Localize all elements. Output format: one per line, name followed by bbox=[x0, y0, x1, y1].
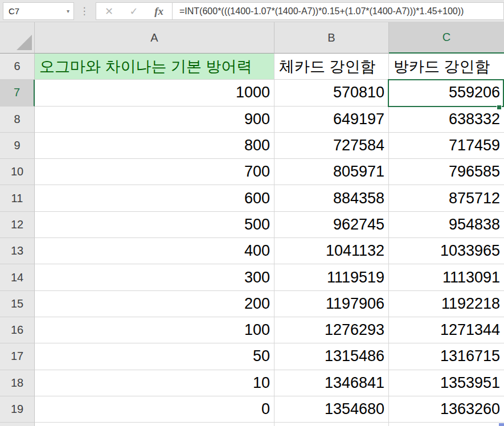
cell-b6[interactable]: 체카드 강인함 bbox=[274, 54, 389, 80]
cell-a17[interactable]: 50 bbox=[35, 343, 274, 370]
cell-c8[interactable]: 638332 bbox=[389, 106, 504, 133]
row-header-15[interactable]: 15 bbox=[0, 291, 35, 317]
formula-input[interactable]: =INT(600*(((1400-1.07*(1400-A7))*0.15+(1… bbox=[173, 2, 504, 20]
cell-c13[interactable]: 1033965 bbox=[389, 238, 504, 264]
row-header-8[interactable]: 8 bbox=[0, 106, 35, 133]
cancel-icon[interactable]: ✕ bbox=[105, 5, 113, 18]
cell-b10[interactable]: 805971 bbox=[274, 159, 389, 185]
row-header-11[interactable]: 11 bbox=[0, 185, 35, 211]
cell-b7[interactable]: 570810 bbox=[274, 80, 389, 106]
cell-c17[interactable]: 1316715 bbox=[389, 343, 504, 370]
table-row-partial bbox=[0, 423, 504, 426]
formula-bar-buttons: ✕ ✓ fx bbox=[96, 2, 173, 20]
cell-c14[interactable]: 1113091 bbox=[389, 264, 504, 290]
cell-a13[interactable]: 400 bbox=[35, 238, 274, 264]
cell-a6[interactable]: 오그마와 차이나는 기본 방어력 bbox=[35, 54, 274, 80]
table-row: 15 200 1197906 1192218 bbox=[0, 291, 504, 317]
formula-text[interactable]: =INT(600*(((1400-1.07*(1400-A7))*0.15+(1… bbox=[173, 6, 464, 17]
cell-a16[interactable]: 100 bbox=[35, 317, 274, 343]
table-row: 11 600 884358 875712 bbox=[0, 185, 504, 211]
cell-c10[interactable]: 796585 bbox=[389, 159, 504, 185]
table-row: 12 500 962745 954838 bbox=[0, 212, 504, 238]
cell-b18[interactable]: 1346841 bbox=[274, 370, 389, 396]
cell-b9[interactable]: 727584 bbox=[274, 133, 389, 159]
name-box[interactable]: C7 ▾ bbox=[3, 2, 74, 20]
cell-a7[interactable]: 1000 bbox=[35, 80, 274, 106]
column-header-b[interactable]: B bbox=[274, 22, 389, 54]
cell-c18[interactable]: 1353951 bbox=[389, 370, 504, 396]
cell-a19[interactable]: 0 bbox=[35, 396, 274, 423]
table-row: 10 700 805971 796585 bbox=[0, 159, 504, 185]
select-all-triangle-icon bbox=[17, 35, 32, 50]
row-header-12[interactable]: 12 bbox=[0, 212, 35, 238]
row-header-17[interactable]: 17 bbox=[0, 343, 35, 370]
row-header-9[interactable]: 9 bbox=[0, 133, 35, 159]
cell-a11[interactable]: 600 bbox=[35, 185, 274, 211]
row-header-13[interactable]: 13 bbox=[0, 238, 35, 264]
name-box-value[interactable]: C7 bbox=[3, 6, 67, 16]
cell-a18[interactable]: 10 bbox=[35, 370, 274, 396]
row-header-7[interactable]: 7 bbox=[0, 80, 35, 106]
table-row: 13 400 1041132 1033965 bbox=[0, 238, 504, 264]
formula-bar-strip: C7 ▾ ⋮ ✕ ✓ fx =INT(600*(((1400-1.07*(140… bbox=[0, 0, 504, 22]
cell-b16[interactable]: 1276293 bbox=[274, 317, 389, 343]
cell-c15[interactable]: 1192218 bbox=[389, 291, 504, 317]
cell-c6[interactable]: 방카드 강인함 bbox=[389, 54, 504, 80]
name-box-dropdown-icon[interactable]: ▾ bbox=[67, 8, 73, 14]
cell-a10[interactable]: 700 bbox=[35, 159, 274, 185]
cell-a20[interactable] bbox=[35, 423, 274, 426]
excel-window: C7 ▾ ⋮ ✕ ✓ fx =INT(600*(((1400-1.07*(140… bbox=[0, 0, 504, 426]
cell-b12[interactable]: 962745 bbox=[274, 212, 389, 238]
cell-a15[interactable]: 200 bbox=[35, 291, 274, 317]
table-row: 19 0 1354680 1363260 bbox=[0, 396, 504, 423]
object-fragment bbox=[499, 423, 504, 426]
cell-c16[interactable]: 1271344 bbox=[389, 317, 504, 343]
cell-c11[interactable]: 875712 bbox=[389, 185, 504, 211]
insert-function-icon[interactable]: fx bbox=[154, 5, 163, 18]
cell-a12[interactable]: 500 bbox=[35, 212, 274, 238]
select-all-button[interactable] bbox=[0, 22, 35, 54]
formula-bar-separator-dots-icon[interactable]: ⋮ bbox=[80, 2, 89, 20]
cell-a14[interactable]: 300 bbox=[35, 264, 274, 290]
cell-b14[interactable]: 1119519 bbox=[274, 264, 389, 290]
table-row: 18 10 1346841 1353951 bbox=[0, 370, 504, 396]
cell-b8[interactable]: 649197 bbox=[274, 106, 389, 133]
cell-b11[interactable]: 884358 bbox=[274, 185, 389, 211]
cell-b19[interactable]: 1354680 bbox=[274, 396, 389, 423]
cell-c19[interactable]: 1363260 bbox=[389, 396, 504, 423]
table-row: 8 900 649197 638332 bbox=[0, 106, 504, 133]
row-header-6[interactable]: 6 bbox=[0, 54, 35, 80]
row-header-16[interactable]: 16 bbox=[0, 317, 35, 343]
column-header-c[interactable]: C bbox=[389, 22, 504, 54]
cell-c9[interactable]: 717459 bbox=[389, 133, 504, 159]
enter-icon[interactable]: ✓ bbox=[130, 5, 138, 18]
cell-a9[interactable]: 800 bbox=[35, 133, 274, 159]
cell-b15[interactable]: 1197906 bbox=[274, 291, 389, 317]
cell-c12[interactable]: 954838 bbox=[389, 212, 504, 238]
row-header-14[interactable]: 14 bbox=[0, 264, 35, 290]
table-row: 7 1000 570810 559206 bbox=[0, 80, 504, 106]
row-header-10[interactable]: 10 bbox=[0, 159, 35, 185]
table-row: 16 100 1276293 1271344 bbox=[0, 317, 504, 343]
table-row: 6 오그마와 차이나는 기본 방어력 체카드 강인함 방카드 강인함 bbox=[0, 54, 504, 80]
cell-a8[interactable]: 900 bbox=[35, 106, 274, 133]
cell-c7[interactable]: 559206 bbox=[389, 80, 504, 106]
table-row: 14 300 1119519 1113091 bbox=[0, 264, 504, 290]
cell-c20[interactable] bbox=[389, 423, 504, 426]
table-row: 17 50 1315486 1316715 bbox=[0, 343, 504, 370]
table-row: 9 800 727584 717459 bbox=[0, 133, 504, 159]
cell-b17[interactable]: 1315486 bbox=[274, 343, 389, 370]
row-header-20[interactable] bbox=[0, 423, 35, 426]
column-header-row: A B C bbox=[0, 22, 504, 54]
cell-b20[interactable] bbox=[274, 423, 389, 426]
column-header-a[interactable]: A bbox=[35, 22, 274, 54]
row-header-18[interactable]: 18 bbox=[0, 370, 35, 396]
worksheet-grid: A B C 6 오그마와 차이나는 기본 방어력 체카드 강인함 방카드 강인함… bbox=[0, 22, 504, 426]
row-header-19[interactable]: 19 bbox=[0, 396, 35, 423]
data-rows: 7 1000 570810 559206 8 900 649197 638332… bbox=[0, 80, 504, 423]
cell-b13[interactable]: 1041132 bbox=[274, 238, 389, 264]
